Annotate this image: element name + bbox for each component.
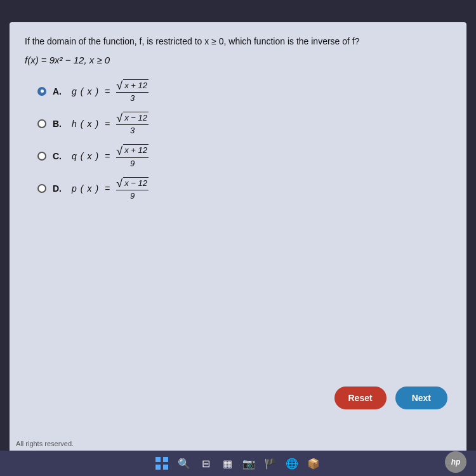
- taskbar-browser[interactable]: 🌐: [285, 456, 299, 470]
- search-icon[interactable]: 🔍: [177, 456, 191, 470]
- next-button[interactable]: Next: [395, 387, 447, 409]
- reset-button[interactable]: Reset: [334, 387, 387, 409]
- windows-icon[interactable]: [155, 456, 169, 470]
- option-d-label: D.: [53, 183, 65, 194]
- radio-b[interactable]: [37, 119, 46, 128]
- taskbar-app3[interactable]: 🏴: [263, 456, 277, 470]
- taskbar-app4[interactable]: 📦: [307, 456, 321, 470]
- answer-options: A. g(x) = √x + 12 3 B. h(x) = √x − 12: [37, 79, 451, 201]
- option-a-label: A.: [53, 86, 65, 96]
- option-b-row[interactable]: B. h(x) = √x − 12 3: [37, 112, 451, 135]
- option-c-expr: q(x) = √x + 12 9: [72, 144, 149, 168]
- option-a-expr: g(x) = √x + 12 3: [72, 79, 149, 103]
- taskbar-app1[interactable]: ▦: [220, 456, 234, 470]
- option-a-row[interactable]: A. g(x) = √x + 12 3: [37, 79, 451, 103]
- footer-text: All rights reserved.: [16, 440, 74, 447]
- taskview-icon[interactable]: ⊟: [199, 456, 213, 470]
- radio-a[interactable]: [37, 87, 46, 96]
- option-b-label: B.: [53, 119, 65, 129]
- option-d-row[interactable]: D. p(x) = √x − 12 9: [37, 177, 451, 201]
- option-c-row[interactable]: C. q(x) = √x + 12 9: [37, 144, 451, 168]
- option-c-label: C.: [53, 151, 65, 161]
- taskbar: 🔍 ⊟ ▦ 📷 🏴 🌐 📦 hp: [0, 451, 476, 476]
- taskbar-app2[interactable]: 📷: [242, 456, 256, 470]
- radio-c[interactable]: [37, 152, 46, 161]
- question-text: If the domain of the function, f, is res…: [25, 35, 451, 48]
- radio-d[interactable]: [37, 184, 46, 193]
- hp-logo: hp: [445, 451, 466, 473]
- function-definition: f(x) = 9x² − 12, x ≥ 0: [25, 55, 451, 65]
- option-b-expr: h(x) = √x − 12 3: [72, 112, 149, 135]
- action-buttons: Reset Next: [334, 387, 448, 409]
- main-content-area: If the domain of the function, f, is res…: [10, 22, 466, 454]
- option-d-expr: p(x) = √x − 12 9: [72, 177, 149, 201]
